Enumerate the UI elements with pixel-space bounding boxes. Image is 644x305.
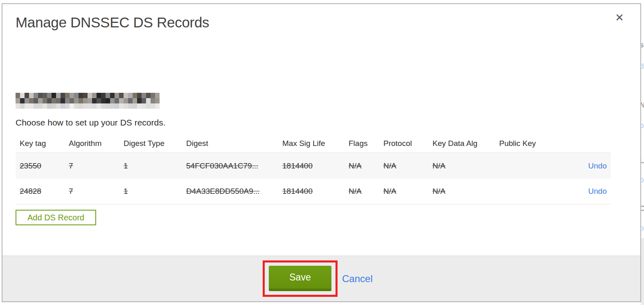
column-header: Algorithm (69, 139, 124, 148)
table-row: 235507154FCF030AA1C79...1814400N/AN/AN/A… (16, 153, 611, 179)
background-page-sliver: sdNoLoCo (641, 0, 644, 305)
column-header: Public Key (499, 139, 611, 148)
background-text-fragment: o (641, 176, 644, 184)
save-button[interactable]: Save (269, 266, 331, 291)
cell-value: N/A (383, 187, 432, 196)
cell-value: N/A (432, 187, 499, 196)
table-header-row: Key tagAlgorithmDigest TypeDigestMax Sig… (16, 135, 611, 153)
dialog-footer: Save Cancel (2, 256, 640, 301)
cell-value: 23550 (16, 161, 69, 170)
undo-link[interactable]: Undo (588, 161, 607, 170)
dialog-body: ✕ Manage DNSSEC DS Records Choose how to… (2, 4, 640, 256)
column-header: Key tag (16, 139, 69, 148)
ds-records-table: Key tagAlgorithmDigest TypeDigestMax Sig… (16, 135, 611, 204)
background-text-fragment: s (641, 41, 644, 49)
cell-value: 1 (124, 187, 186, 196)
dnssec-ds-records-dialog: ✕ Manage DNSSEC DS Records Choose how to… (2, 3, 641, 302)
cell-value: 1 (124, 161, 186, 170)
column-header: Flags (349, 139, 383, 148)
cell-value: 24828 (16, 187, 69, 196)
close-icon[interactable]: ✕ (615, 12, 624, 23)
column-header: Protocol (383, 139, 432, 148)
background-text-fragment: N (641, 101, 644, 109)
cell-value: N/A (349, 161, 383, 170)
undo-link[interactable]: Undo (588, 187, 607, 195)
background-text-fragment: o (641, 121, 644, 129)
cell-value: 1814400 (282, 161, 349, 170)
background-text-fragment: d (641, 62, 644, 70)
background-text-fragment: o (641, 224, 644, 232)
cell-value: 1814400 (282, 187, 349, 196)
cancel-link[interactable]: Cancel (342, 273, 373, 285)
column-header: Digest Type (124, 139, 186, 148)
background-footer-fragment (641, 238, 644, 305)
add-ds-record-button[interactable]: Add DS Record (16, 210, 96, 225)
column-header: Max Sig Life (282, 139, 349, 148)
background-text-fragment: L (641, 157, 644, 164)
cell-value: 54FCF030AA1C79... (186, 161, 282, 170)
table-row: 2482871D4A33E8DD550A9...1814400N/AN/AN/A… (16, 179, 611, 204)
redacted-domain-name (16, 93, 160, 109)
highlight-annotation-box: Save (263, 260, 338, 297)
column-header: Digest (186, 139, 282, 148)
cell-value: 7 (69, 161, 124, 170)
instruction-text: Choose how to set up your DS records. (16, 117, 640, 128)
cell-value: D4A33E8DD550A9... (186, 187, 282, 196)
cell-value: 7 (69, 187, 124, 196)
cell-value: N/A (349, 187, 383, 196)
background-text-fragment: C (641, 204, 644, 212)
cell-value: N/A (383, 161, 432, 170)
dialog-title: Manage DNSSEC DS Records (16, 14, 640, 31)
cell-value: N/A (432, 161, 499, 170)
column-header: Key Data Alg (432, 139, 499, 148)
